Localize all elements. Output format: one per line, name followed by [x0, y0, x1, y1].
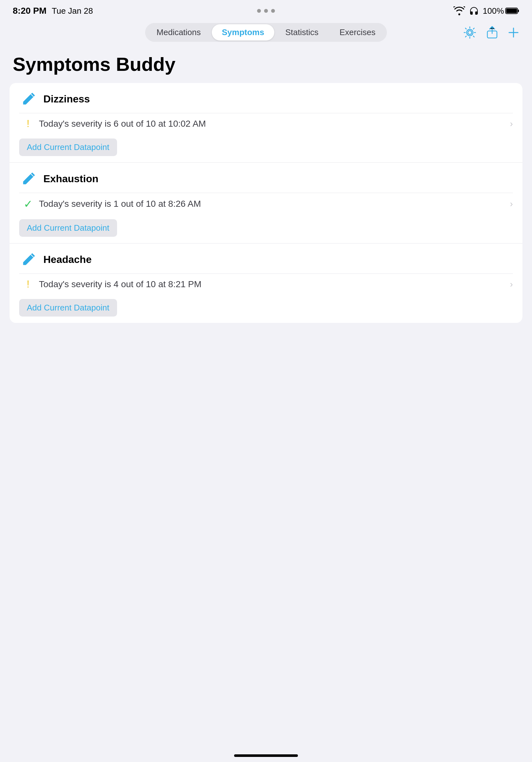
symptom-row-exhaustion[interactable]: ✓ Today's severity is 1 out of 10 at 8:2…: [19, 193, 513, 215]
status-date: Tue Jan 28: [52, 6, 93, 16]
symptom-item-headache: Headache ! Today's severity is 4 out of …: [10, 243, 522, 323]
symptom-row-dizziness[interactable]: ! Today's severity is 6 out of 10 at 10:…: [19, 113, 513, 134]
tab-medications[interactable]: Medications: [146, 24, 211, 40]
symptom-row-left-exhaustion: ✓ Today's severity is 1 out of 10 at 8:2…: [22, 197, 201, 210]
symptom-icon-exhaustion: [19, 169, 38, 188]
symptoms-card: Dizziness ! Today's severity is 6 out of…: [10, 83, 522, 323]
severity-text-dizziness: Today's severity is 6 out of 10 at 10:02…: [39, 119, 206, 129]
settings-button[interactable]: [463, 26, 477, 39]
symptom-header-headache: Headache: [19, 250, 513, 269]
severity-icon-headache: !: [22, 278, 34, 290]
chevron-right-headache: ›: [510, 279, 513, 289]
add-datapoint-headache[interactable]: Add Current Datapoint: [19, 299, 117, 317]
status-bar: 8:20 PM Tue Jan 28 100%: [0, 0, 532, 19]
status-right: 100%: [453, 6, 519, 16]
tab-statistics[interactable]: Statistics: [275, 24, 328, 40]
add-button[interactable]: [508, 27, 519, 38]
symptom-icon-dizziness: [19, 89, 38, 109]
battery-icon: [505, 7, 519, 15]
symptom-row-headache[interactable]: ! Today's severity is 4 out of 10 at 8:2…: [19, 273, 513, 294]
dot1: [257, 9, 261, 13]
symptom-item-dizziness: Dizziness ! Today's severity is 6 out of…: [10, 83, 522, 162]
tab-container: Medications Symptoms Statistics Exercise…: [145, 23, 387, 42]
severity-text-headache: Today's severity is 4 out of 10 at 8:21 …: [39, 279, 202, 289]
status-time: 8:20 PM: [13, 6, 46, 16]
tab-symptoms[interactable]: Symptoms: [212, 24, 275, 40]
symptom-name-exhaustion: Exhaustion: [43, 173, 98, 185]
severity-icon-dizziness: !: [22, 118, 34, 129]
svg-point-3: [468, 31, 472, 35]
svg-rect-2: [506, 9, 517, 13]
severity-icon-exhaustion: ✓: [22, 197, 34, 210]
tab-exercises[interactable]: Exercises: [329, 24, 386, 40]
svg-rect-1: [518, 10, 519, 12]
share-icon: [486, 26, 498, 39]
home-indicator: [234, 754, 298, 757]
symptom-name-headache: Headache: [43, 254, 92, 266]
nav-actions: [463, 26, 519, 39]
wifi-icon: [453, 6, 465, 15]
symptom-row-left-dizziness: ! Today's severity is 6 out of 10 at 10:…: [22, 118, 206, 129]
share-button[interactable]: [486, 26, 498, 39]
gear-icon: [463, 26, 477, 39]
chevron-right-dizziness: ›: [510, 119, 513, 129]
dot3: [271, 9, 275, 13]
status-time-date: 8:20 PM Tue Jan 28: [13, 6, 93, 16]
chevron-right-exhaustion: ›: [510, 199, 513, 209]
status-dots: [257, 9, 275, 13]
symptom-name-dizziness: Dizziness: [43, 93, 90, 105]
symptom-header-exhaustion: Exhaustion: [19, 169, 513, 188]
pencil-icon-exhaustion: [21, 171, 37, 187]
symptom-item-exhaustion: Exhaustion ✓ Today's severity is 1 out o…: [10, 162, 522, 243]
headphone-icon: [469, 6, 479, 16]
battery-container: 100%: [483, 6, 519, 16]
page-title: Symptoms Buddy: [0, 47, 532, 83]
add-datapoint-dizziness[interactable]: Add Current Datapoint: [19, 138, 117, 156]
plus-icon: [508, 27, 519, 38]
symptom-row-left-headache: ! Today's severity is 4 out of 10 at 8:2…: [22, 278, 202, 290]
pencil-icon-headache: [21, 252, 37, 267]
nav-bar: Medications Symptoms Statistics Exercise…: [0, 19, 532, 47]
pencil-icon-dizziness: [21, 91, 37, 107]
battery-percent: 100%: [483, 6, 504, 16]
symptom-icon-headache: [19, 250, 38, 269]
dot2: [264, 9, 268, 13]
add-datapoint-exhaustion[interactable]: Add Current Datapoint: [19, 219, 117, 237]
symptom-header-dizziness: Dizziness: [19, 89, 513, 109]
severity-text-exhaustion: Today's severity is 1 out of 10 at 8:26 …: [39, 199, 201, 209]
